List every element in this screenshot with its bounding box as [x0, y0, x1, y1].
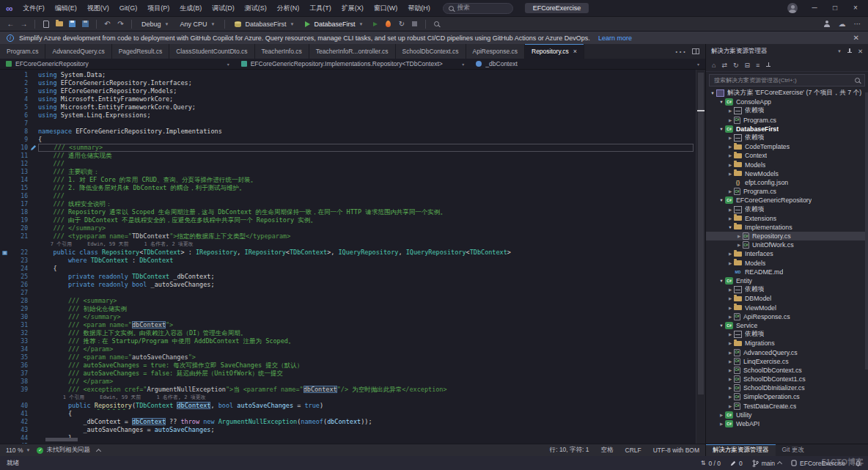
menu-item[interactable]: 生成(B) [174, 0, 207, 16]
tree-item[interactable]: ▼Service [706, 321, 868, 330]
tree-item[interactable]: ▼EFCoreGenericRepository [706, 196, 868, 205]
pending-changes-item[interactable]: 0 [730, 460, 743, 467]
tree-item[interactable]: ▶Models [706, 161, 868, 169]
expand-arrow-icon[interactable]: ▶ [727, 189, 734, 194]
tree-item[interactable]: ▶TestDataCreate.cs [706, 402, 868, 411]
code-line[interactable]: 28 /// <summary> [0, 297, 696, 305]
tree-item[interactable]: ▶ViewModel [706, 304, 868, 312]
expand-arrow-icon[interactable]: ▶ [727, 144, 734, 149]
split-editor-icon[interactable] [692, 48, 699, 54]
panel-tab[interactable]: 解决方案资源管理器 [706, 444, 776, 456]
panel-tab[interactable]: Git 更改 [776, 444, 811, 456]
code-line[interactable]: 12 /// [0, 160, 696, 168]
code-line[interactable]: 10 /// <summary> [0, 144, 696, 152]
code-line[interactable]: 18 /// Repository 通常以 Scoped 生命周期注册，这与 D… [0, 208, 696, 216]
expand-arrow-icon[interactable]: ▶ [735, 234, 743, 238]
tree-scrollbar[interactable] [865, 92, 868, 370]
expand-arrow-icon[interactable]: ▶ [727, 136, 734, 140]
code-line[interactable]: 40 public Repository(TDbContext dbContex… [0, 402, 696, 410]
horizontal-scrollbar-thumb[interactable] [45, 438, 78, 441]
tree-item[interactable]: ▼DatabaseFirst [706, 125, 868, 133]
expand-arrow-icon[interactable]: ▶ [727, 296, 734, 301]
code-line[interactable]: 5using Microsoft.EntityFrameworkCore.Que… [0, 103, 696, 111]
expand-arrow-icon[interactable]: ▶ [718, 413, 725, 417]
learn-more-link[interactable]: Learn more [598, 34, 632, 42]
save-all-icon[interactable] [81, 19, 90, 29]
code-line[interactable]: 7 [0, 120, 696, 128]
code-line[interactable]: 42 _dbContext = dbContext ?? throw new A… [0, 418, 696, 426]
tab-close-icon[interactable]: × [573, 44, 577, 59]
document-tab[interactable]: TeacherInfoR...ontroller.cs [309, 44, 396, 59]
tree-item[interactable]: ▶SimpleOperation.cs [706, 392, 868, 401]
code-line[interactable]: 29 /// 初始化仓储实例 [0, 305, 696, 313]
live-share-icon[interactable] [822, 19, 831, 29]
code-line[interactable]: 17 /// 线程安全说明： [0, 200, 696, 208]
start-without-debugging-icon[interactable] [370, 19, 380, 29]
document-tab[interactable]: PagedResult.cs [112, 44, 170, 59]
account-avatar[interactable] [787, 3, 798, 13]
expand-arrow-icon[interactable]: ▶ [727, 261, 734, 265]
code-line[interactable]: 23 where TDbContext : DbContext [0, 257, 696, 265]
tab-overflow-icon[interactable]: ⋯ [674, 45, 686, 59]
close-button[interactable]: × [846, 0, 865, 16]
breadcrumb-segment[interactable]: EFCoreGenericRepository▾ [0, 59, 235, 69]
code-line[interactable]: 30 /// </summary> [0, 313, 696, 321]
tree-item[interactable]: ▶Migrations [706, 339, 868, 348]
tree-item[interactable]: efpt.config.json [706, 178, 868, 187]
collapse-arrow-icon[interactable]: ▼ [727, 225, 734, 230]
menu-item[interactable]: 调试(D) [207, 0, 240, 16]
solution-configuration-dropdown[interactable]: Debug▼ [138, 20, 172, 29]
code-line[interactable]: 41 { [0, 410, 696, 418]
code-line[interactable]: 13 /// 主要职责： [0, 168, 696, 176]
navigate-back-icon[interactable]: ← [6, 19, 15, 29]
expand-arrow-icon[interactable]: ▶ [727, 404, 734, 408]
solution-platform-dropdown[interactable]: Any CPU▼ [176, 20, 218, 29]
code-line[interactable]: 21 /// <typeparam name="TDbContext">指定的数… [0, 232, 696, 240]
tree-item[interactable]: ▶LinqExercise.cs [706, 357, 868, 366]
code-line[interactable]: 1 个引用 Edwin, 59 天前 1 名作者, 2 项更改 [0, 394, 696, 402]
code-line[interactable]: 43 _autoSaveChanges = autoSaveChanges; [0, 426, 696, 434]
menu-item[interactable]: 扩展(X) [336, 0, 369, 16]
collapse-arrow-icon[interactable]: ▼ [718, 127, 725, 131]
menu-item[interactable]: 窗口(W) [369, 0, 403, 16]
code-line[interactable]: 22 public class Repository<TDbContext> :… [0, 249, 696, 257]
tree-item[interactable]: ▶依赖项 [706, 330, 868, 339]
menu-item[interactable]: 文件(F) [18, 0, 50, 16]
code-line[interactable]: 3using EFCoreGenericRepository.Models; [0, 87, 696, 95]
expand-arrow-icon[interactable]: ▶ [727, 153, 734, 158]
menu-item[interactable]: 分析(N) [272, 0, 305, 16]
info-bar-close-icon[interactable]: ✕ [851, 34, 861, 42]
expand-arrow-icon[interactable]: ▶ [727, 287, 734, 292]
minimize-button[interactable]: ─ [805, 0, 824, 16]
collapse-all-icon[interactable]: ⊟ [745, 62, 751, 69]
restart-icon[interactable]: ↻ [397, 19, 406, 29]
code-line[interactable]: 31 /// <param name="dbContext"> [0, 321, 696, 329]
tree-item[interactable]: ▶Context [706, 151, 868, 160]
document-tab[interactable]: SchoolDbContext.cs [396, 44, 466, 59]
tree-item[interactable]: ▶Models [706, 259, 868, 268]
code-line[interactable]: 20 /// </summary> [0, 224, 696, 232]
start-debugging-button[interactable]: DatabaseFirst ▼ [301, 20, 367, 29]
code-line[interactable]: 9{ [0, 136, 696, 144]
menu-item[interactable]: 视图(V) [82, 0, 114, 16]
tree-item[interactable]: ▶依赖项 [706, 106, 868, 115]
code-line[interactable]: 2using EFCoreGenericRepository.Interface… [0, 79, 696, 87]
sync-with-active-document-icon[interactable] [765, 62, 771, 68]
expand-arrow-icon[interactable]: ▶ [727, 341, 734, 345]
code-line[interactable]: 37 /// autoSaveChanges = false: 延迟由外层（Un… [0, 370, 696, 378]
code-area[interactable]: 1using System.Data;2using EFCoreGenericR… [0, 70, 696, 444]
hot-reload-icon[interactable] [383, 19, 393, 29]
document-tab[interactable]: AdvancedQuery.cs [45, 44, 111, 59]
document-tab[interactable]: Repository.cs× [525, 44, 584, 59]
encoding-indicator[interactable]: UTF-8 with BOM [653, 447, 699, 454]
document-tab[interactable]: ApiResponse.cs [466, 44, 525, 59]
indent-indicator[interactable]: 空格 [601, 446, 614, 455]
collapse-arrow-icon[interactable]: ▼ [718, 198, 725, 202]
code-line[interactable]: 6using System.Linq.Expressions; [0, 111, 696, 120]
code-line[interactable]: 15 /// 2. 降低业务层对具体 DbContext 的耦合，利于测试与维护… [0, 184, 696, 192]
navigate-forward-icon[interactable]: → [19, 19, 29, 29]
document-health-indicator[interactable]: ✓ 未找到相关问题 [37, 446, 90, 455]
new-file-icon[interactable] [41, 19, 51, 29]
startup-project-dropdown[interactable]: DatabaseFirst▼ [231, 20, 298, 29]
collapse-arrow-icon[interactable]: ▼ [709, 91, 716, 95]
